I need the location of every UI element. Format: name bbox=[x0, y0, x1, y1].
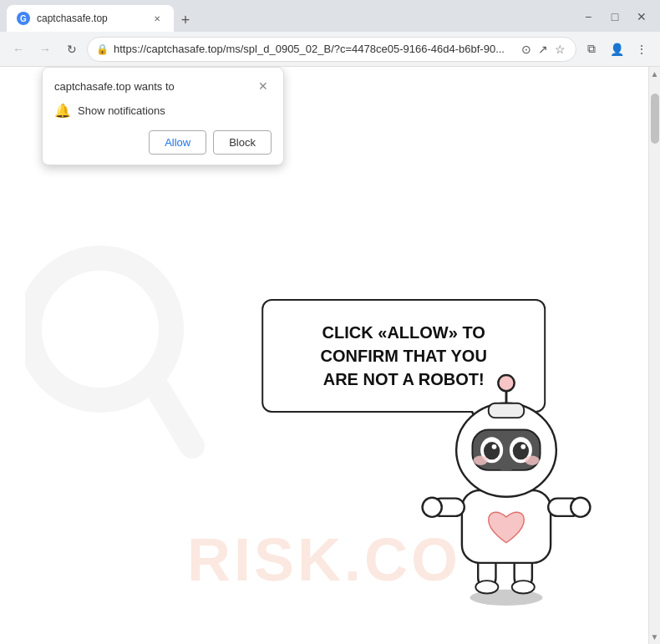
minimize-button[interactable]: − bbox=[576, 5, 600, 28]
scrollbar-down-arrow[interactable]: ▼ bbox=[648, 630, 660, 644]
scrollbar-up-arrow[interactable]: ▲ bbox=[648, 67, 660, 81]
active-tab[interactable]: G captchasafe.top ✕ bbox=[7, 5, 174, 32]
popup-header: captchasafe.top wants to ✕ bbox=[54, 78, 272, 94]
address-toolbar: ← → ↻ 🔒 https://captchasafe.top/ms/spl_d… bbox=[0, 32, 660, 67]
maximize-button[interactable]: □ bbox=[603, 5, 627, 28]
lock-icon: 🔒 bbox=[96, 43, 109, 55]
popup-close-button[interactable]: ✕ bbox=[255, 78, 272, 94]
google-lens-icon[interactable]: ⊙ bbox=[520, 41, 533, 58]
robot-illustration bbox=[414, 373, 598, 611]
svg-rect-25 bbox=[489, 403, 524, 418]
svg-point-17 bbox=[484, 442, 500, 459]
share-icon[interactable]: ↗ bbox=[536, 41, 550, 58]
back-button[interactable]: ← bbox=[7, 38, 30, 61]
popup-title: captchasafe.top wants to bbox=[54, 80, 175, 93]
extensions-button[interactable]: ⧉ bbox=[580, 38, 603, 61]
bookmark-icon[interactable]: ☆ bbox=[553, 41, 567, 58]
page-content: RISK.CO captchasafe.top wants to ✕ 🔔 Sho… bbox=[0, 67, 648, 644]
menu-button[interactable]: ⋮ bbox=[630, 38, 653, 61]
svg-point-22 bbox=[525, 455, 539, 465]
block-button[interactable]: Block bbox=[213, 130, 272, 155]
new-tab-button[interactable]: + bbox=[174, 8, 197, 32]
svg-point-10 bbox=[423, 498, 442, 517]
svg-point-20 bbox=[520, 444, 525, 449]
svg-point-18 bbox=[513, 442, 529, 459]
refresh-button[interactable]: ↻ bbox=[60, 38, 84, 61]
tab-title: captchasafe.top bbox=[37, 13, 144, 24]
tab-bar: G captchasafe.top ✕ + − □ ✕ bbox=[0, 0, 660, 32]
popup-action-buttons: Allow Block bbox=[54, 130, 272, 155]
robot-svg bbox=[414, 373, 598, 607]
notification-popup: captchasafe.top wants to ✕ 🔔 Show notifi… bbox=[42, 67, 284, 165]
svg-point-6 bbox=[512, 581, 535, 593]
popup-permission-text: Show notifications bbox=[78, 104, 165, 117]
toolbar-right-controls: ⧉ 👤 ⋮ bbox=[580, 38, 653, 61]
popup-permission-row: 🔔 Show notifications bbox=[54, 103, 272, 119]
window-controls: − □ ✕ bbox=[576, 5, 653, 32]
tab-favicon: G bbox=[17, 12, 30, 25]
svg-point-21 bbox=[473, 455, 487, 465]
allow-button[interactable]: Allow bbox=[149, 130, 206, 155]
svg-point-5 bbox=[475, 581, 498, 593]
chrome-window: G captchasafe.top ✕ + − □ ✕ ← → ↻ 🔒 http… bbox=[0, 0, 660, 644]
url-text: https://captchasafe.top/ms/spl_d_0905_02… bbox=[114, 43, 515, 55]
scrollbar[interactable]: ▲ ▼ bbox=[648, 67, 660, 644]
bell-icon: 🔔 bbox=[54, 103, 71, 119]
address-bar[interactable]: 🔒 https://captchasafe.top/ms/spl_d_0905_… bbox=[87, 37, 576, 62]
tab-close-button[interactable]: ✕ bbox=[150, 12, 164, 25]
profile-button[interactable]: 👤 bbox=[605, 38, 628, 61]
window-close-button[interactable]: ✕ bbox=[630, 5, 653, 28]
forward-button[interactable]: → bbox=[33, 38, 57, 61]
browser-content: RISK.CO captchasafe.top wants to ✕ 🔔 Sho… bbox=[0, 67, 660, 644]
watermark-magnifier bbox=[25, 229, 209, 483]
svg-point-24 bbox=[498, 375, 514, 391]
scrollbar-thumb[interactable] bbox=[651, 94, 659, 144]
svg-line-1 bbox=[155, 383, 192, 446]
omnibox-action-icons: ⊙ ↗ ☆ bbox=[520, 41, 567, 58]
svg-point-19 bbox=[492, 444, 497, 449]
svg-point-11 bbox=[571, 498, 590, 517]
